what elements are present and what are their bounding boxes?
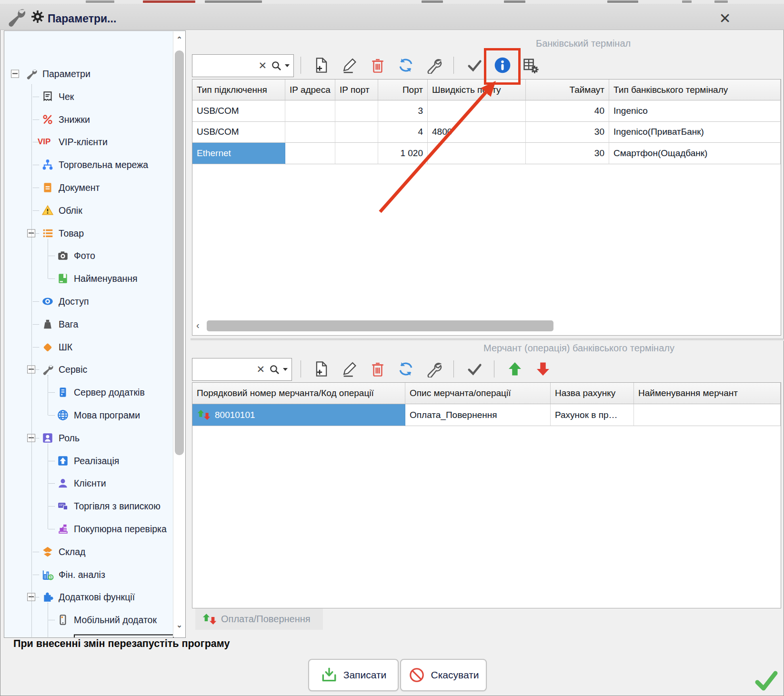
ok-check-icon[interactable] (754, 670, 778, 691)
column-header[interactable]: IP адреса (285, 80, 335, 100)
collapse-icon[interactable] (11, 70, 19, 78)
sidebar-item-склад[interactable]: Склад (4, 540, 172, 563)
sidebar-item-сервіс[interactable]: Сервіс (4, 358, 172, 381)
edit-icon[interactable] (341, 57, 358, 74)
sidebar-item-фін-аналіз[interactable]: Фін. аналіз (4, 563, 172, 586)
sidebar-item-знижки[interactable]: Знижки (4, 108, 172, 131)
table-cell[interactable] (285, 143, 335, 164)
table-cell[interactable]: 3 (378, 100, 428, 122)
table-cell[interactable] (335, 143, 378, 164)
table-cell[interactable]: Ingenico(ПриватБанк) (609, 122, 781, 143)
cancel-button[interactable]: Скасувати (400, 659, 487, 691)
save-button[interactable]: Записати (308, 659, 399, 691)
table-cell[interactable]: USB/COM (192, 122, 285, 143)
sidebar-item-товар[interactable]: Товар (4, 222, 172, 245)
confirm-icon[interactable] (466, 360, 483, 378)
sidebar-item-чек[interactable]: Чек (4, 85, 172, 108)
table-cell[interactable] (285, 100, 335, 122)
search-options-caret-icon[interactable] (283, 368, 288, 371)
sidebar-item-вага[interactable]: Вага (4, 313, 172, 336)
merchant-search-input[interactable]: ✕ (192, 358, 292, 381)
terminal-hscrollbar-thumb[interactable] (207, 320, 553, 331)
table-cell[interactable] (634, 404, 781, 426)
sidebar-item-банківський-термінал[interactable]: Банківський термінал (4, 631, 172, 638)
table-cell[interactable]: 4 (378, 122, 428, 143)
sidebar-item-облік[interactable]: Облік (4, 199, 172, 222)
sidebar-item-клієнти[interactable]: Клієнти (4, 472, 172, 495)
tree-scrollbar[interactable]: ⌃ ⌄ (173, 31, 185, 637)
tree-scrollbar-thumb[interactable] (175, 50, 184, 455)
table-cell[interactable]: 1 020 (378, 143, 428, 164)
clear-search-icon[interactable]: ✕ (258, 60, 267, 71)
add-icon[interactable] (313, 57, 330, 74)
delete-icon[interactable] (369, 360, 386, 378)
table-cell[interactable] (335, 100, 378, 122)
search-options-caret-icon[interactable] (285, 64, 290, 67)
table-cell[interactable] (428, 100, 526, 122)
sidebar-item-покупюрна-перевірка[interactable]: Покупюрна перевірка (4, 517, 172, 540)
move-up-icon[interactable] (506, 360, 523, 378)
settings-icon[interactable] (425, 360, 442, 378)
add-icon[interactable] (313, 360, 330, 378)
sidebar-item-шк[interactable]: ШК (4, 336, 172, 358)
clear-search-icon[interactable]: ✕ (256, 364, 265, 375)
sidebar-item-доступ[interactable]: Доступ (4, 290, 172, 313)
sidebar-item-параметри[interactable]: Параметри (4, 62, 172, 85)
sidebar-item-документ[interactable]: Документ (4, 176, 172, 199)
column-header[interactable]: Найменування мерчант (634, 383, 781, 404)
sidebar-item-мова-програми[interactable]: Мова програми (4, 404, 172, 427)
edit-icon[interactable] (341, 360, 358, 378)
close-icon[interactable]: ✕ (715, 10, 734, 28)
toolbar-separator (301, 360, 301, 378)
column-header[interactable]: Таймаут (526, 80, 609, 100)
table-cell[interactable] (285, 122, 335, 143)
delete-icon[interactable] (369, 57, 386, 74)
table-cell[interactable]: Ingenico (609, 100, 781, 122)
table-cell[interactable]: 30 (526, 122, 609, 143)
tab-payment-refund[interactable]: Оплата/Повернення (195, 608, 323, 630)
sidebar-item-торговельна-мережа[interactable]: Торговельна мережа (4, 153, 172, 176)
table-cell[interactable]: Рахунок в пр… (551, 404, 634, 426)
search-icon[interactable] (271, 60, 282, 71)
sidebar-item-роль[interactable]: Роль (4, 427, 172, 449)
table-cell[interactable]: 80010101 (192, 404, 405, 426)
up-down-arrows-icon[interactable] (197, 409, 211, 421)
sidebar-item-label: VIP-клієнти (59, 137, 108, 148)
panel-splitter[interactable] (191, 338, 784, 341)
column-header[interactable]: Порядковий номер мерчанта/Код операції (192, 383, 405, 404)
sidebar-item-фото[interactable]: Фото (4, 244, 172, 267)
table-cell[interactable] (335, 122, 378, 143)
table-cell[interactable]: 40 (526, 100, 609, 122)
refresh-icon[interactable] (397, 57, 414, 74)
sidebar-item-додаткові-функції[interactable]: Додаткові функції (4, 586, 172, 608)
sidebar-item-сервер-додатків[interactable]: Сервер додатків (4, 381, 172, 404)
move-down-icon[interactable] (534, 360, 552, 378)
table-cell[interactable]: Ethernet (192, 143, 285, 164)
sidebar-item-мобільний-додаток[interactable]: Мобільний додаток (4, 608, 172, 631)
sidebar-item-торгівля-з-випискою[interactable]: Торгівля з випискою (4, 495, 172, 517)
hscroll-left-icon[interactable]: ‹ (196, 320, 200, 331)
confirm-icon[interactable] (466, 57, 483, 74)
sidebar-item-vip-клієнти[interactable]: VIPVIP-клієнти (4, 130, 172, 153)
table-cell[interactable]: 30 (526, 143, 609, 164)
terminal-search-input[interactable]: ✕ (192, 54, 294, 77)
refresh-icon[interactable] (397, 360, 414, 378)
scroll-up-icon[interactable]: ⌃ (173, 35, 185, 44)
table-cell[interactable]: Смартфон(Ощадбанк) (609, 143, 781, 164)
table-cell[interactable]: 4800 (428, 122, 526, 143)
table-cell[interactable]: USB/COM (192, 100, 285, 122)
sidebar-item-найменування[interactable]: Найменування (4, 267, 172, 290)
column-header[interactable]: Назва рахунку (551, 383, 634, 404)
column-header[interactable]: Тип підключення (192, 80, 285, 100)
table-settings-icon[interactable] (522, 57, 539, 74)
column-header[interactable]: Тип банківського терміналу (609, 80, 781, 100)
column-header[interactable]: Порт (378, 80, 428, 100)
settings-icon[interactable] (425, 57, 442, 74)
sidebar-item-реалізація[interactable]: Реалізація (4, 449, 172, 472)
scroll-down-icon[interactable]: ⌄ (173, 621, 185, 629)
table-cell[interactable] (428, 143, 526, 164)
column-header[interactable]: IP порт (335, 80, 378, 100)
search-icon[interactable] (269, 364, 280, 375)
table-cell[interactable]: Оплата_Повернення (405, 404, 551, 426)
column-header[interactable]: Опис мерчанта/операції (405, 383, 551, 404)
